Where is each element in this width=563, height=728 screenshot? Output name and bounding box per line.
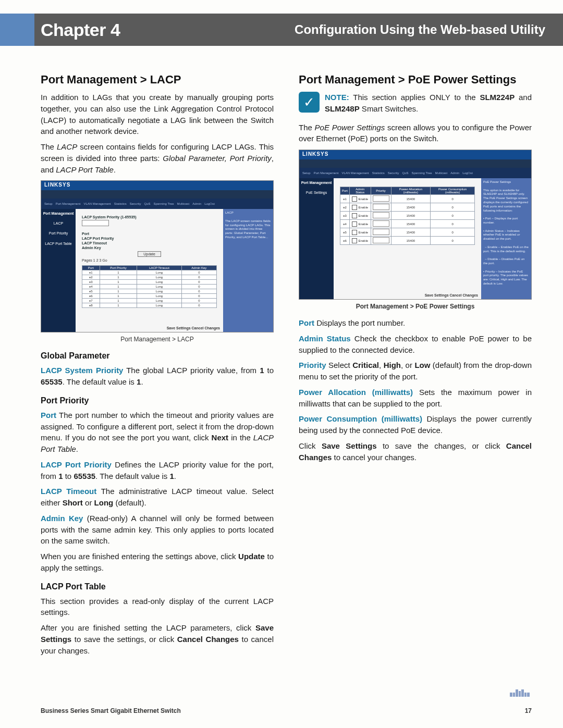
checkbox-icon[interactable]	[352, 196, 357, 202]
checkbox-icon[interactable]	[352, 213, 357, 218]
mini-input[interactable]	[82, 220, 109, 226]
priority-select[interactable]	[373, 195, 389, 202]
shot-main: Port Admin Status Priority Power Allocat…	[334, 178, 481, 299]
figure-caption: Port Management > PoE Power Settings	[299, 303, 532, 310]
paragraph: LACP System Priority The global LACP pri…	[41, 365, 274, 388]
shot-body: Port Management LACP Port Priority LACP …	[41, 209, 273, 332]
checkbox-icon[interactable]	[352, 230, 357, 235]
poe-table: Port Admin Status Priority Power Allocat…	[340, 187, 475, 245]
shot-nav: Setup Port Management VLAN Management St…	[299, 168, 531, 178]
paragraph: Priority Select Critical, High, or Low (…	[299, 360, 532, 382]
subheading-lacp-port-table: LACP Port Table	[41, 582, 274, 591]
paragraph: This section provides a read-only displa…	[41, 596, 274, 619]
paragraph: Admin Status Check the checkbox to enabl…	[299, 333, 532, 356]
paragraph: Port The port number to which the timeou…	[41, 410, 274, 455]
paragraph: The LACP screen contains fields for conf…	[41, 141, 274, 175]
paragraph: Power Consumption (milliwatts) Displays …	[299, 413, 532, 436]
save-cancel-buttons[interactable]: Save Settings Cancel Changes	[167, 326, 220, 330]
paragraph: In addition to LAGs that you create by m…	[41, 92, 274, 137]
priority-select[interactable]	[373, 204, 389, 210]
screenshot-poe: LINKSYS Setup Port Management VLAN Manag…	[299, 150, 532, 300]
paragraph: Admin Key (Read-only) A channel will onl…	[41, 513, 274, 547]
footer-title: Business Series Smart Gigabit Ethernet S…	[41, 707, 181, 714]
shot-save-row: Save Settings Cancel Changes	[167, 326, 220, 330]
figure-caption: Port Management > LACP	[41, 336, 274, 343]
page-footer: Business Series Smart Gigabit Ethernet S…	[41, 707, 532, 714]
shot-sidebar: Port Management PoE Settings	[299, 178, 334, 299]
paragraph: Port Displays the port number.	[299, 317, 532, 329]
checkbox-icon[interactable]	[352, 238, 357, 243]
shot-titlebar	[299, 159, 531, 168]
page-number: 17	[525, 707, 532, 714]
update-button[interactable]: Update	[138, 251, 161, 257]
shot-body: Port Management PoE Settings Port Admin …	[299, 178, 531, 299]
paragraph: Power Allocation (milliwatts) Sets the m…	[299, 387, 532, 410]
shot-save-row: Save Settings Cancel Changes	[425, 293, 478, 297]
header-accent	[0, 14, 34, 46]
left-column: Port Management > LACP In addition to LA…	[41, 66, 274, 698]
paragraph: LACP Timeout The administrative LACP tim…	[41, 486, 274, 509]
checkbox-icon[interactable]	[352, 205, 357, 210]
lacp-port-table: Port Port Priority LACP Timeout Admin Ke…	[82, 265, 217, 308]
section-heading-lacp: Port Management > LACP	[41, 73, 274, 87]
chapter-header: Chapter 4 Configuration Using the Web-ba…	[34, 14, 563, 46]
shot-main: LACP System Priority (1-65535) Port LACP…	[76, 209, 223, 332]
shot-help-panel: PoE Power Settings This option is availa…	[481, 178, 531, 299]
shot-brand: LINKSYS	[41, 181, 273, 190]
priority-select[interactable]	[373, 212, 389, 218]
checkbox-icon[interactable]	[352, 221, 357, 227]
priority-select[interactable]	[373, 229, 389, 235]
priority-select[interactable]	[373, 220, 389, 227]
shot-brand: LINKSYS	[299, 150, 531, 159]
paragraph: When you are finished entering the setti…	[41, 551, 274, 574]
cisco-logo-icon	[510, 689, 530, 697]
paragraph: The PoE Power Settings screen allows you…	[299, 122, 532, 145]
header-title: Configuration Using the Web-based Utilit…	[295, 22, 545, 37]
shot-help-panel: LACPThe LACP screen contains fields for …	[223, 209, 273, 332]
note-text: NOTE: This section applies ONLY to the S…	[325, 92, 532, 115]
subheading-port-priority: Port Priority	[41, 396, 274, 405]
priority-select[interactable]	[373, 237, 389, 243]
shot-titlebar	[41, 190, 273, 199]
paragraph: LACP Port Priority Defines the LACP prio…	[41, 459, 274, 482]
subheading-global-parameter: Global Parameter	[41, 351, 274, 361]
content-columns: Port Management > LACP In addition to LA…	[41, 66, 532, 698]
screenshot-lacp: LINKSYS Setup Port Management VLAN Manag…	[41, 180, 274, 332]
checkmark-icon: ✓	[299, 92, 320, 113]
shot-sidebar: Port Management LACP Port Priority LACP …	[41, 209, 76, 332]
note-box: ✓ NOTE: This section applies ONLY to the…	[299, 92, 532, 115]
shot-nav: Setup Port Management VLAN Management St…	[41, 199, 273, 209]
right-column: Port Management > PoE Power Settings ✓ N…	[299, 66, 532, 698]
page: Chapter 4 Configuration Using the Web-ba…	[0, 0, 563, 728]
chapter-label: Chapter 4	[41, 20, 120, 40]
paragraph: After you are finished setting the LACP …	[41, 622, 274, 656]
save-cancel-buttons[interactable]: Save Settings Cancel Changes	[425, 293, 478, 297]
paragraph: Click Save Settings to save the changes,…	[299, 440, 532, 463]
section-heading-poe: Port Management > PoE Power Settings	[299, 73, 532, 87]
